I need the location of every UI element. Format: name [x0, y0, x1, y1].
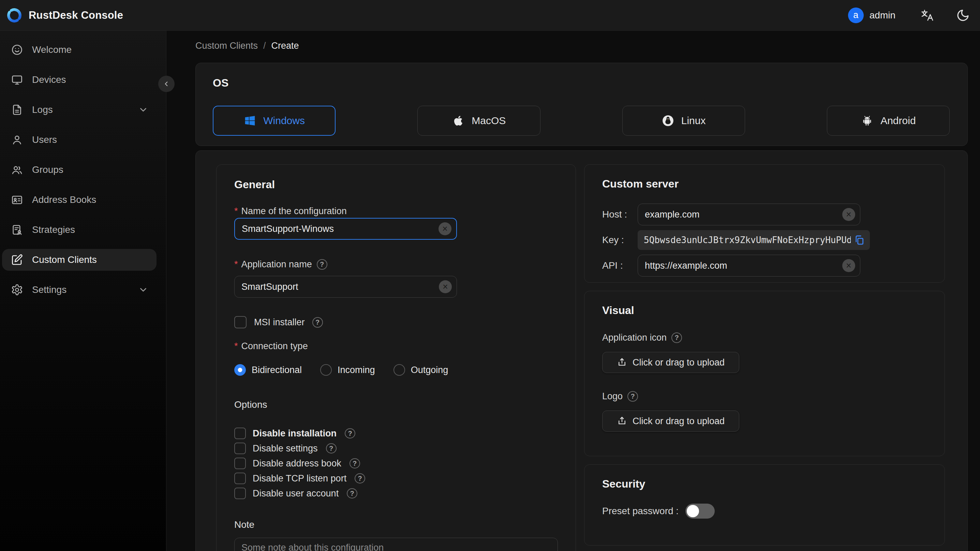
form-card: General * Name of the configuration Smar… — [196, 150, 968, 551]
visual-section: Visual Application icon ? Click or drag … — [584, 291, 945, 456]
config-name-label: * Name of the configuration — [234, 204, 558, 218]
os-button-windows[interactable]: Windows — [213, 106, 336, 136]
required-asterisk: * — [234, 339, 238, 353]
help-icon[interactable]: ? — [627, 391, 638, 402]
msi-installer-label: MSI installer — [254, 317, 305, 328]
key-value: 5Qbwsde3unUcJBtrx9ZkvUmwFNoExHzpryHuPUdq… — [644, 235, 851, 245]
sidebar-item-label: Strategies — [32, 225, 75, 235]
clear-icon[interactable]: × — [439, 280, 452, 293]
breadcrumb: Custom Clients / Create — [196, 39, 968, 53]
radio-incoming[interactable]: Incoming — [320, 364, 375, 376]
checkbox[interactable] — [234, 487, 246, 499]
general-section: General * Name of the configuration Smar… — [216, 164, 576, 551]
brand: RustDesk Console — [6, 7, 123, 24]
dark-mode-icon[interactable] — [956, 8, 970, 22]
os-button-android[interactable]: Android — [827, 106, 950, 136]
help-icon[interactable]: ? — [347, 488, 357, 498]
username[interactable]: admin — [870, 10, 896, 21]
sidebar-item-groups[interactable]: Groups — [2, 159, 156, 181]
key-value-box: 5Qbwsde3unUcJBtrx9ZkvUmwFNoExHzpryHuPUdq… — [638, 230, 870, 250]
copy-icon[interactable] — [853, 234, 865, 246]
security-section: Security Preset password : — [584, 464, 945, 546]
general-title: General — [234, 178, 558, 191]
connection-type-label: * Connection type — [234, 339, 558, 353]
radio-outgoing[interactable]: Outgoing — [393, 364, 449, 376]
strategy-icon — [11, 224, 23, 236]
note-label: Note — [234, 518, 558, 532]
sidebar-item-address-books[interactable]: Address Books — [2, 189, 156, 211]
sidebar-item-strategies[interactable]: Strategies — [2, 219, 156, 241]
host-input[interactable]: example.com × — [638, 204, 860, 225]
sidebar-item-settings[interactable]: Settings — [2, 279, 156, 301]
users-icon — [11, 164, 23, 176]
api-input[interactable]: https://example.com × — [638, 255, 860, 277]
sidebar-item-devices[interactable]: Devices — [2, 69, 156, 91]
msi-installer-row: MSI installer ? — [234, 315, 558, 329]
breadcrumb-create: Create — [271, 41, 299, 51]
config-name-input[interactable]: SmartSupport-Winows × — [234, 218, 457, 240]
key-row: Key : 5Qbwsde3unUcJBtrx9ZkvUmwFNoExHzpry… — [602, 230, 927, 250]
toggle-knob — [687, 505, 699, 517]
sidebar-item-label: Settings — [32, 284, 67, 295]
radio-bidirectional[interactable]: Bidirectional — [234, 364, 302, 376]
sidebar-item-users[interactable]: Users — [2, 129, 156, 151]
os-button-macos[interactable]: MacOS — [417, 106, 540, 136]
smile-icon — [11, 44, 23, 56]
option-disable-tcp-listen-port: Disable TCP listen port ? — [234, 471, 558, 486]
preset-password-row: Preset password : — [602, 503, 927, 519]
help-icon[interactable]: ? — [671, 333, 682, 343]
clear-icon[interactable]: × — [842, 208, 855, 221]
help-icon[interactable]: ? — [317, 259, 327, 270]
checkbox[interactable] — [234, 457, 246, 469]
required-asterisk: * — [234, 204, 238, 218]
option-disable-installation: Disable installation ? — [234, 426, 558, 441]
chevron-left-icon — [163, 80, 170, 88]
address-book-icon — [11, 194, 23, 206]
upload-icon — [617, 357, 627, 368]
msi-installer-checkbox[interactable] — [234, 316, 247, 328]
rustdesk-logo-icon — [6, 7, 22, 24]
app-icon-upload-button[interactable]: Click or drag to upload — [602, 352, 739, 373]
help-icon[interactable]: ? — [312, 317, 323, 328]
help-icon[interactable]: ? — [345, 428, 355, 438]
sidebar-item-welcome[interactable]: Welcome — [2, 39, 156, 61]
sidebar-item-label: Welcome — [32, 44, 72, 55]
app-name-input[interactable]: SmartSupport × — [234, 276, 457, 298]
logo-upload-button[interactable]: Click or drag to upload — [602, 411, 739, 432]
checkbox[interactable] — [234, 428, 246, 439]
options-list: Disable installation ? Disable settings … — [234, 426, 558, 501]
preset-password-label: Preset password : — [602, 506, 679, 517]
help-icon[interactable]: ? — [355, 473, 365, 484]
sidebar-item-logs[interactable]: Logs — [2, 99, 156, 121]
breadcrumb-custom-clients[interactable]: Custom Clients — [196, 41, 258, 51]
monitor-icon — [11, 74, 23, 86]
checkbox[interactable] — [234, 473, 246, 484]
help-icon[interactable]: ? — [350, 458, 360, 468]
main-content: Custom Clients / Create OS Windows MacOS… — [166, 31, 980, 551]
sidebar-collapse-button[interactable] — [158, 76, 175, 92]
required-asterisk: * — [234, 258, 238, 271]
option-disable-user-account: Disable user account ? — [234, 486, 558, 501]
avatar[interactable]: a — [848, 8, 864, 23]
language-icon[interactable] — [920, 8, 934, 22]
clear-icon[interactable]: × — [439, 222, 452, 235]
application-icon-label: Application icon ? — [602, 331, 927, 344]
sidebar-item-label: Address Books — [32, 194, 96, 205]
radio-icon — [320, 364, 332, 376]
chevron-down-icon — [138, 105, 148, 115]
os-title: OS — [213, 76, 950, 90]
sidebar: Welcome Devices Logs Users Groups Addres… — [0, 31, 166, 551]
chevron-down-icon — [138, 285, 148, 295]
sidebar-item-custom-clients[interactable]: Custom Clients — [2, 249, 156, 271]
custom-server-section: Custom server Host : example.com × Key : — [584, 164, 945, 283]
preset-password-toggle[interactable] — [686, 503, 715, 519]
note-textarea[interactable] — [234, 538, 558, 551]
option-disable-address-book: Disable address book ? — [234, 456, 558, 471]
os-button-linux[interactable]: Linux — [622, 106, 745, 136]
clear-icon[interactable]: × — [842, 259, 855, 272]
apple-icon — [452, 114, 465, 127]
checkbox[interactable] — [234, 443, 246, 454]
windows-icon — [243, 114, 256, 127]
logo-label: Logo ? — [602, 389, 927, 403]
help-icon[interactable]: ? — [326, 443, 337, 454]
